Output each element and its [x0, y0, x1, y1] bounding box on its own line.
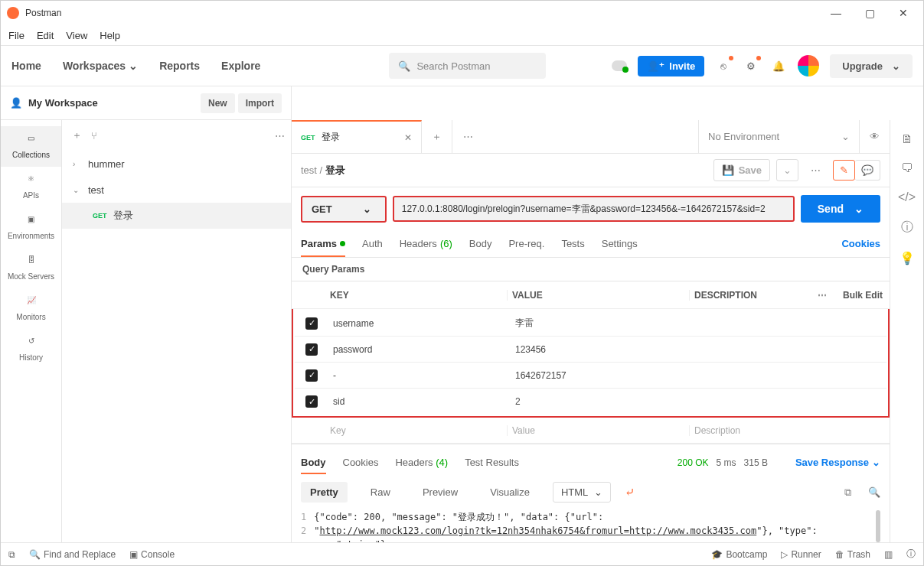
tool-pretty[interactable]: Pretty	[301, 482, 348, 503]
method-selector[interactable]: GET⌄	[301, 196, 387, 223]
rail-mock-servers[interactable]: 🗄Mock Servers	[1, 248, 61, 288]
scrollbar[interactable]	[876, 510, 880, 542]
tab-close-icon[interactable]: ✕	[404, 132, 412, 143]
menu-file[interactable]: File	[8, 30, 24, 41]
tab-login[interactable]: GET 登录 ✕	[292, 120, 422, 153]
trash-button[interactable]: 🗑 Trash	[835, 549, 870, 560]
resp-tab-cookies[interactable]: Cookies	[343, 451, 379, 474]
save-response-button[interactable]: Save Response⌄	[795, 457, 880, 468]
save-button[interactable]: 💾Save	[713, 159, 770, 181]
qp-more-icon[interactable]: ⋯	[808, 290, 836, 301]
tree-folder-test[interactable]: ⌄test	[62, 177, 291, 203]
checkbox[interactable]: ✓	[305, 395, 318, 408]
sync-icon[interactable]	[612, 60, 627, 71]
tab-body[interactable]: Body	[469, 230, 492, 257]
cookies-link[interactable]: Cookies	[841, 238, 880, 249]
info-icon[interactable]: ⓘ	[901, 220, 913, 236]
sidebar-toggle-icon[interactable]: ⧉	[8, 549, 15, 560]
tool-preview[interactable]: Preview	[413, 482, 467, 503]
qp-value[interactable]: 123456	[511, 344, 693, 355]
tab-prereq[interactable]: Pre-req.	[508, 230, 544, 257]
qp-key[interactable]: -	[328, 370, 511, 381]
nav-home[interactable]: Home	[11, 60, 41, 72]
qp-value[interactable]: 2	[511, 396, 693, 407]
filter-icon[interactable]: ⑂	[91, 130, 269, 142]
tab-settings[interactable]: Settings	[602, 230, 638, 257]
capture-icon[interactable]: ⎋	[715, 57, 732, 74]
tab-params[interactable]: Params	[301, 230, 345, 257]
resp-tab-tests[interactable]: Test Results	[465, 451, 519, 474]
nav-reports[interactable]: Reports	[159, 60, 200, 72]
tool-visualize[interactable]: Visualize	[481, 482, 539, 503]
hints-icon[interactable]: 💡	[900, 251, 915, 265]
qp-value-placeholder[interactable]: Value	[508, 425, 690, 436]
tab-tests[interactable]: Tests	[561, 230, 584, 257]
help-icon[interactable]: ⓘ	[906, 548, 916, 561]
menu-view[interactable]: View	[66, 30, 87, 41]
resp-tab-headers[interactable]: Headers (4)	[395, 451, 448, 474]
tree-request-login[interactable]: GET登录	[62, 203, 291, 229]
edit-icon[interactable]: ✎	[833, 160, 855, 181]
checkbox[interactable]: ✓	[305, 343, 318, 356]
tree-folder-hummer[interactable]: ›hummer	[62, 151, 291, 177]
send-button[interactable]: Send⌄	[801, 195, 880, 223]
qp-value[interactable]: 1642672157	[511, 370, 693, 381]
qp-key[interactable]: username	[328, 318, 511, 329]
bootcamp-button[interactable]: 🎓 Bootcamp	[711, 549, 767, 560]
import-button[interactable]: Import	[238, 93, 282, 113]
console-button[interactable]: ▣ Console	[129, 549, 175, 560]
env-preview-icon[interactable]: 👁	[859, 120, 890, 153]
search-input[interactable]: 🔍 Search Postman	[389, 53, 546, 79]
tab-headers[interactable]: Headers (6)	[400, 230, 452, 257]
rail-history[interactable]: ↺History	[1, 329, 61, 369]
rail-environments[interactable]: ▣Environments	[1, 207, 61, 248]
minimize-button[interactable]: —	[828, 7, 844, 19]
layout-icon[interactable]: ▥	[884, 549, 893, 560]
settings-icon[interactable]: ⚙	[743, 57, 759, 74]
maximize-button[interactable]: ▢	[862, 7, 877, 19]
environment-selector[interactable]: No Environment⌄	[698, 120, 859, 153]
resp-tab-body[interactable]: Body	[301, 451, 326, 474]
format-selector[interactable]: HTML⌄	[553, 482, 611, 503]
save-dropdown[interactable]: ⌄	[776, 159, 798, 181]
new-button[interactable]: New	[201, 93, 235, 113]
wrap-icon[interactable]: ⤶	[625, 485, 635, 499]
bulk-edit-button[interactable]: Bulk Edit	[836, 290, 890, 301]
docs-icon[interactable]: 🗎	[901, 132, 913, 146]
qp-key[interactable]: sid	[328, 396, 511, 407]
menu-edit[interactable]: Edit	[37, 30, 54, 41]
comments-icon[interactable]: 🗨	[901, 161, 913, 175]
close-button[interactable]: ✕	[896, 7, 911, 19]
nav-explore[interactable]: Explore	[221, 60, 260, 72]
checkbox[interactable]: ✓	[305, 317, 318, 330]
workspace-name[interactable]: 👤My Workspace	[10, 97, 98, 109]
checkbox[interactable]: ✓	[305, 369, 318, 382]
rail-monitors[interactable]: 📈Monitors	[1, 288, 61, 329]
crumb-more-icon[interactable]: ⋯	[805, 161, 827, 180]
rail-apis[interactable]: ⚛APIs	[1, 167, 61, 207]
find-replace-button[interactable]: 🔍 Find and Replace	[29, 549, 116, 560]
url-input[interactable]	[393, 196, 795, 222]
tab-more-icon[interactable]: ⋯	[452, 120, 483, 153]
avatar[interactable]	[798, 55, 819, 76]
qp-key[interactable]: password	[328, 344, 511, 355]
comment-icon[interactable]: 💬	[855, 160, 880, 181]
upgrade-button[interactable]: Upgrade⌄	[830, 54, 913, 78]
qp-desc-placeholder[interactable]: Description	[690, 425, 808, 436]
tab-auth[interactable]: Auth	[362, 230, 383, 257]
code-icon[interactable]: </>	[898, 190, 916, 204]
runner-button[interactable]: ▷ Runner	[781, 549, 821, 560]
notifications-icon[interactable]: 🔔	[770, 57, 787, 74]
search-response-icon[interactable]: 🔍	[868, 486, 880, 499]
invite-button[interactable]: 👤⁺Invite	[638, 56, 704, 76]
qp-value[interactable]: 李雷	[511, 317, 693, 330]
nav-workspaces[interactable]: Workspaces⌄	[63, 60, 138, 72]
tree-more-icon[interactable]: ⋯	[275, 130, 285, 142]
copy-icon[interactable]: ⧉	[844, 486, 851, 499]
rail-collections[interactable]: ▭Collections	[1, 126, 61, 167]
tool-raw[interactable]: Raw	[361, 482, 400, 503]
qp-key-placeholder[interactable]: Key	[325, 425, 508, 436]
menu-help[interactable]: Help	[100, 30, 120, 41]
add-tab-button[interactable]: ＋	[422, 120, 452, 153]
breadcrumb-parent[interactable]: test	[301, 164, 317, 176]
